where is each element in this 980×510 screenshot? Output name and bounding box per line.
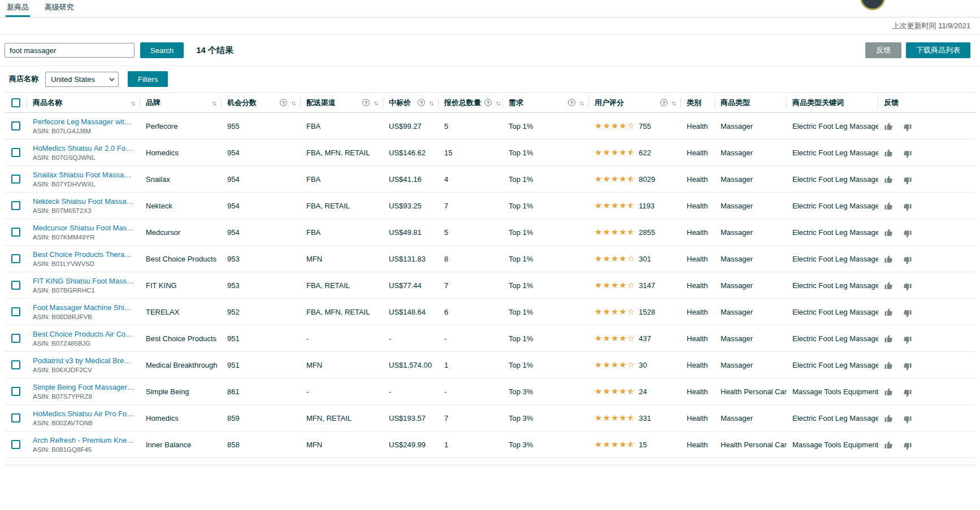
feedback-button[interactable]: 反馈 [865, 42, 901, 58]
product-name-link[interactable]: Best Choice Products Therapeu... [33, 250, 135, 259]
product-name-link[interactable]: Podiatrist v3 by Medical Breakt... [33, 356, 135, 365]
select-all-checkbox[interactable] [11, 98, 20, 107]
row-checkbox[interactable] [11, 387, 20, 396]
tab-advanced-research[interactable]: 高级研究 [44, 0, 75, 17]
column-header-customer-rating[interactable]: 用户评分 [589, 93, 681, 112]
column-header-total-offers[interactable]: 报价总数量 [439, 93, 503, 112]
star-full-icon: ★ [611, 440, 618, 449]
thumbs-up-button[interactable] [884, 175, 894, 184]
thumbs-up-button[interactable] [884, 228, 894, 237]
thumbs-up-button[interactable] [884, 254, 894, 264]
product-name-link[interactable]: Snailax Shiatsu Foot Massager ... [33, 171, 135, 179]
column-header-demand[interactable]: 需求 [503, 93, 589, 112]
product-name-link[interactable]: Medcursor Shiatsu Foot Massa... [33, 224, 135, 232]
column-header-winning-price[interactable]: 中标价 [383, 93, 439, 112]
column-header-brand[interactable]: 品牌 [140, 93, 222, 112]
total-offers-cell: 6 [439, 308, 503, 316]
sort-icon[interactable] [671, 99, 675, 106]
filters-button[interactable]: Filters [128, 71, 168, 87]
thumbs-down-button[interactable] [903, 309, 912, 319]
search-button[interactable]: Search [140, 42, 184, 58]
thumbs-down-button[interactable] [903, 389, 912, 398]
thumbs-up-button[interactable] [884, 121, 894, 131]
table-row: Best Choice Products Therapeu... ASIN: B… [5, 246, 975, 272]
product-name-link[interactable]: Best Choice Products Air Comp... [33, 330, 135, 338]
sort-icon[interactable] [374, 99, 378, 106]
thumbs-up-button[interactable] [884, 387, 894, 396]
feedback-cell [878, 359, 975, 372]
product-name-cell: Snailax Shiatsu Foot Massager ... ASIN: … [27, 171, 140, 188]
help-icon[interactable] [484, 99, 492, 106]
thumbs-down-button[interactable] [903, 256, 912, 265]
thumbs-down-button[interactable] [903, 335, 912, 345]
row-checkbox[interactable] [11, 360, 20, 369]
column-header-product-name[interactable]: 商品名称 [27, 93, 140, 112]
thumbs-down-button[interactable] [903, 176, 912, 186]
sort-icon[interactable] [579, 99, 583, 106]
sort-icon[interactable] [212, 99, 216, 106]
row-checkbox[interactable] [11, 228, 20, 237]
thumbs-down-button[interactable] [903, 123, 912, 133]
sort-icon[interactable] [429, 99, 433, 106]
product-name-link[interactable]: FIT KING Shiatsu Foot Massage... [33, 277, 135, 285]
thumbs-down-button[interactable] [903, 282, 912, 292]
customer-rating-cell: ★★★★★☆ 331 [589, 413, 681, 422]
thumbs-down-button[interactable] [903, 362, 912, 372]
thumbs-down-button[interactable] [903, 229, 912, 239]
row-checkbox[interactable] [11, 148, 20, 157]
star-rating: ★★★★★☆ [595, 148, 635, 157]
demand-cell: Top 1% [503, 308, 589, 316]
marketplace-select[interactable]: United States [45, 72, 119, 87]
row-checkbox[interactable] [11, 254, 20, 263]
help-icon[interactable] [280, 99, 287, 106]
row-checkbox[interactable] [11, 121, 20, 130]
download-product-list-button[interactable]: 下载商品列表 [906, 42, 970, 58]
thumbs-down-button[interactable] [903, 415, 912, 425]
row-checkbox[interactable] [11, 201, 20, 210]
help-icon[interactable] [418, 99, 425, 106]
row-checkbox[interactable] [11, 413, 20, 422]
product-name-link[interactable]: Simple Being Foot Massager El... [33, 383, 135, 391]
feedback-cell [878, 332, 975, 345]
thumbs-up-button[interactable] [884, 440, 894, 450]
customer-rating-cell: ★★★★☆ 3147 [589, 281, 681, 290]
star-rating: ★★★★☆ [595, 281, 635, 290]
sort-icon[interactable] [496, 99, 500, 106]
row-checkbox[interactable] [11, 440, 20, 449]
thumbs-up-button[interactable] [884, 360, 894, 370]
row-checkbox[interactable] [11, 334, 20, 343]
column-header-opportunity-score[interactable]: 机会分数 [222, 93, 301, 112]
search-input[interactable] [5, 43, 135, 58]
product-name-link[interactable]: Nekteck Shiatsu Foot Massager... [33, 197, 135, 206]
product-type-cell: Health Personal Care [715, 441, 787, 449]
thumbs-down-button[interactable] [903, 203, 912, 212]
sort-icon[interactable] [131, 99, 135, 106]
product-name-link[interactable]: Arch Refresh - Premium Kneadi... [33, 436, 135, 444]
thumbs-up-button[interactable] [884, 413, 894, 423]
thumbs-down-button[interactable] [903, 150, 912, 159]
row-checkbox[interactable] [11, 281, 20, 290]
thumbs-up-button[interactable] [884, 334, 894, 343]
thumbs-up-button[interactable] [884, 148, 894, 158]
customer-rating-cell: ★★★★★☆ 24 [589, 387, 681, 396]
sort-icon[interactable] [291, 99, 295, 106]
thumbs-up-button[interactable] [884, 281, 894, 290]
product-name-link[interactable]: Perfecore Leg Massager with H... [33, 117, 135, 126]
table-row: Arch Refresh - Premium Kneadi... ASIN: B… [5, 431, 975, 458]
help-icon[interactable] [568, 99, 575, 106]
thumbs-up-button[interactable] [884, 307, 894, 317]
help-icon[interactable] [660, 99, 667, 106]
customer-rating-cell: ★★★★☆ 301 [589, 254, 681, 263]
product-name-link[interactable]: HoMedics Shiatsu Air Pro Foot ... [33, 409, 135, 418]
thumbs-down-button[interactable] [903, 442, 912, 451]
help-icon[interactable] [362, 99, 370, 106]
row-checkbox[interactable] [11, 307, 20, 316]
star-full-icon: ★ [602, 334, 610, 343]
feedback-cell [878, 412, 975, 425]
column-header-fulfillment-channel[interactable]: 配送渠道 [301, 93, 383, 112]
thumbs-up-button[interactable] [884, 201, 894, 211]
product-name-link[interactable]: Foot Massager Machine Shiatsu... [33, 303, 135, 312]
row-checkbox[interactable] [11, 175, 20, 184]
product-name-link[interactable]: HoMedics Shiatsu Air 2.0 Foot ... [33, 144, 135, 152]
tab-new-products[interactable]: 新商品 [6, 0, 30, 17]
